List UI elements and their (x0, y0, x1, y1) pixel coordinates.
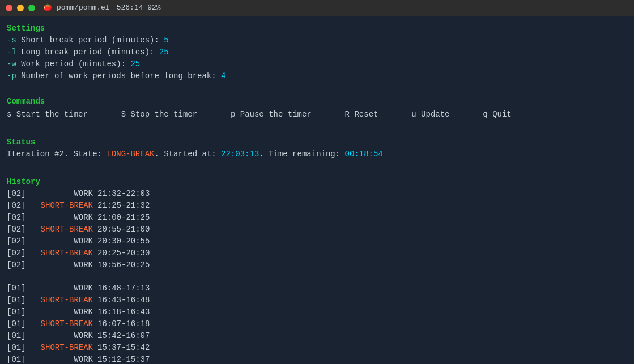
hist-type: WORK (29, 282, 97, 294)
status-state-prefix: . State: (64, 149, 107, 159)
flag-w: -w (7, 59, 16, 68)
hist-type: SHORT-BREAK (29, 294, 97, 306)
history-row: [02] WORK 20:30-20:55 (7, 235, 627, 247)
setting-s-value: 5 (164, 36, 168, 45)
hist-iter: [01] (7, 282, 29, 294)
history-row: [01] WORK 16:48-17:13 (7, 282, 627, 294)
hist-iter: [01] (7, 294, 29, 306)
setting-s: -s Short break period (minutes): 5 (7, 35, 627, 46)
setting-p: -p Number of work periods before long br… (7, 70, 627, 82)
dot-red (6, 5, 12, 11)
hist-time: 20:30-20:55 (97, 235, 150, 247)
status-section: Status Iteration #2. State: LONG-BREAK. … (7, 136, 627, 160)
title-icon: 🍅 (43, 2, 52, 14)
cmd-update: Update (421, 110, 449, 119)
hist-time: 20:55-21:00 (97, 224, 150, 235)
hist-iter: [02] (7, 259, 29, 271)
history-section: History [02] WORK 21:32-22:03 [02] SHORT… (7, 176, 627, 364)
status-state: LONG-BREAK (107, 149, 154, 159)
title-filename: pomm/pomm.el (57, 2, 110, 14)
setting-l-value: 25 (159, 48, 169, 57)
hist-iter: [02] (7, 247, 29, 259)
history-header: History (7, 176, 627, 188)
hist-type: WORK (29, 259, 97, 271)
setting-l-desc: Long break period (minutes): (21, 48, 159, 57)
history-row: [02] SHORT-BREAK 20:25-20:30 (7, 247, 627, 259)
cmd-spacer5 (454, 110, 478, 119)
commands-line: s Start the timer S Stop the timer p Pau… (7, 109, 627, 121)
hist-iter: [01] (7, 306, 29, 318)
dot-yellow (17, 5, 24, 11)
history-row: [02] WORK 19:56-20:25 (7, 259, 627, 271)
hist-iter: [02] (7, 212, 29, 224)
history-row: [01] WORK 15:12-15:37 (7, 354, 627, 364)
status-remaining: 00:18:54 (345, 149, 383, 159)
hist-type: WORK (29, 188, 97, 200)
history-row: [01] WORK 15:42-16:07 (7, 330, 627, 342)
hist-type: WORK (29, 354, 97, 364)
hist-time: 20:25-20:30 (97, 247, 150, 259)
setting-w-value: 25 (130, 59, 140, 68)
key-p[interactable]: p (231, 110, 235, 119)
settings-section: Settings -s Short break period (minutes)… (7, 23, 627, 82)
hist-iter: [01] (7, 342, 29, 354)
setting-p-desc: Number of work periods before long break… (21, 71, 221, 80)
hist-type: SHORT-BREAK (29, 200, 97, 212)
hist-time: 15:37-15:42 (97, 342, 150, 354)
setting-p-value: 4 (221, 71, 225, 80)
cmd-spacer4 (383, 110, 407, 119)
setting-w-desc: Work period (minutes): (21, 59, 130, 68)
key-u[interactable]: u (411, 110, 416, 119)
hist-type: WORK (29, 306, 97, 318)
status-started-at: 22:03:13 (221, 149, 259, 159)
cmd-reset: Reset (354, 110, 378, 119)
hist-iter: [02] (7, 235, 29, 247)
hist-type: SHORT-BREAK (29, 318, 97, 330)
key-q[interactable]: q (483, 110, 487, 119)
hist-time: 21:25-21:32 (97, 200, 150, 212)
title-bar: 🍅 pomm/pomm.el 526:14 92% (0, 0, 634, 16)
hist-type: WORK (29, 212, 97, 224)
key-R[interactable]: R (345, 110, 350, 119)
cmd-quit: Quit (492, 110, 512, 119)
key-S[interactable]: S (121, 110, 126, 119)
setting-s-desc: Short break period (minutes): (21, 36, 164, 45)
status-started-prefix: . Started at: (154, 149, 221, 159)
hist-time: 16:07-16:18 (97, 318, 150, 330)
history-row: [01] SHORT-BREAK 15:37-15:42 (7, 342, 627, 354)
setting-w: -w Work period (minutes): 25 (7, 58, 627, 70)
hist-type: SHORT-BREAK (29, 247, 97, 259)
hist-time: 15:42-16:07 (97, 330, 150, 342)
flag-l: -l (7, 48, 16, 57)
history-row: [02] SHORT-BREAK 21:25-21:32 (7, 200, 627, 212)
history-row: [01] SHORT-BREAK 16:07-16:18 (7, 318, 627, 330)
cmd-spacer2 (202, 110, 226, 119)
hist-time: 21:32-22:03 (97, 188, 150, 200)
status-iter: 2 (59, 149, 63, 159)
cmd-spacer1 (92, 110, 116, 119)
status-header: Status (7, 136, 627, 148)
status-prefix: Iteration # (7, 149, 59, 159)
hist-time: 16:43-16:48 (97, 294, 150, 306)
hist-iter: [01] (7, 318, 29, 330)
hist-iter: [02] (7, 188, 29, 200)
setting-l: -l Long break period (minutes): 25 (7, 46, 627, 58)
hist-type: WORK (29, 235, 97, 247)
status-remaining-prefix: . Time remaining: (259, 149, 344, 159)
key-s[interactable]: s (7, 110, 11, 119)
title-stats: 526:14 92% (117, 2, 161, 14)
hist-time: 19:56-20:25 (97, 259, 150, 271)
hist-time: 21:00-21:25 (97, 212, 150, 224)
cmd-spacer3 (316, 110, 340, 119)
hist-time: 16:18-16:43 (97, 306, 150, 318)
history-row: [02] SHORT-BREAK 20:55-21:00 (7, 224, 627, 235)
hist-time: 15:12-15:37 (97, 354, 150, 364)
hist-type: SHORT-BREAK (29, 224, 97, 235)
history-row: [01] WORK 16:18-16:43 (7, 306, 627, 318)
hist-iter: [01] (7, 354, 29, 364)
hist-type: WORK (29, 330, 97, 342)
flag-p: -p (7, 71, 16, 80)
settings-header: Settings (7, 23, 627, 35)
hist-iter: [02] (7, 224, 29, 235)
hist-iter: [01] (7, 330, 29, 342)
